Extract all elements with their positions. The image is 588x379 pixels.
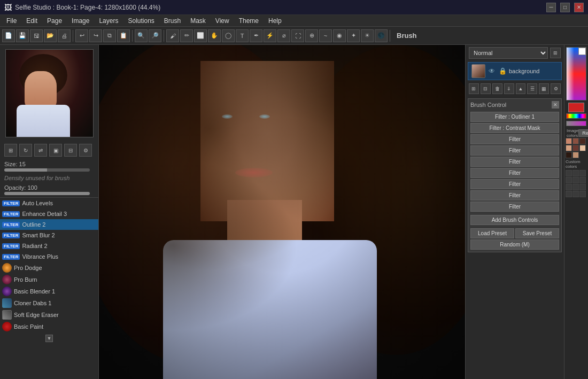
layer-delete-button[interactable]: 🗑 <box>492 83 502 94</box>
brush-filter-outliner[interactable]: Filter : Outliner 1 <box>470 112 559 122</box>
tool-clone[interactable]: ⊕ <box>305 29 318 42</box>
brush-filter-4[interactable]: Filter <box>470 145 559 156</box>
canvas-area[interactable] <box>99 45 465 379</box>
list-item[interactable]: Pro Dodge <box>0 262 98 274</box>
panel-save-tool[interactable]: ⊟ <box>64 144 77 157</box>
current-color-swatch[interactable] <box>568 103 584 112</box>
brush-filter-3[interactable]: Filter <box>470 134 559 144</box>
custom-swatch-12[interactable] <box>579 191 586 197</box>
brush-filter-contrast-mask[interactable]: Filter : Contrast Mask <box>470 123 559 133</box>
layer-duplicate-button[interactable]: ⊟ <box>481 83 491 94</box>
img-swatch-3[interactable] <box>579 138 586 144</box>
tool-brush[interactable]: 🖌 <box>166 29 179 42</box>
tool-burn[interactable]: 🌑 <box>375 29 388 42</box>
brush-filter-9[interactable]: Filter <box>470 202 559 212</box>
list-item[interactable]: FILTER Smart Blur 2 <box>0 230 98 241</box>
menu-mask[interactable]: Mask <box>186 16 210 26</box>
menu-theme[interactable]: Theme <box>235 16 263 26</box>
panel-crop-tool[interactable]: ▣ <box>49 144 62 157</box>
custom-swatch-3[interactable] <box>579 170 586 176</box>
list-item[interactable]: Basic Paint <box>0 321 98 332</box>
menu-solutions[interactable]: Solutions <box>123 16 158 26</box>
tool-sharpen[interactable]: ✦ <box>347 29 360 42</box>
brush-filter-7[interactable]: Filter <box>470 179 559 189</box>
tool-save2[interactable]: 🖫 <box>30 29 43 42</box>
brush-filter-6[interactable]: Filter <box>470 168 559 178</box>
layer-grid-view-button[interactable]: ▦ <box>539 83 549 94</box>
list-item[interactable]: Soft Edge Eraser <box>0 309 98 321</box>
custom-swatch-1[interactable] <box>566 170 572 176</box>
tool-blur[interactable]: ◉ <box>333 29 346 42</box>
list-item[interactable]: FILTER Auto Levels <box>0 198 98 208</box>
custom-swatch-9[interactable] <box>579 184 586 190</box>
custom-swatch-8[interactable] <box>572 184 579 190</box>
menu-layers[interactable]: Layers <box>95 16 122 26</box>
brush-control-close[interactable]: ✕ <box>552 101 559 109</box>
tool-print[interactable]: 🖨 <box>58 29 71 42</box>
layer-move-up-button[interactable]: ▲ <box>516 83 526 94</box>
list-item[interactable]: FILTER Vibrance Plus <box>0 251 98 262</box>
menu-help[interactable]: Help <box>264 16 286 26</box>
tool-eraser[interactable]: ✏ <box>180 29 193 42</box>
layer-grid-button[interactable]: ⊞ <box>550 48 561 58</box>
tool-zoom-out[interactable]: 🔎 <box>149 29 161 42</box>
brush-filter-5[interactable]: Filter <box>470 157 559 167</box>
layer-list-view-button[interactable]: ☰ <box>527 83 537 94</box>
tool-lasso[interactable]: ⌀ <box>277 29 290 42</box>
list-item[interactable]: Pro Burn <box>0 274 98 285</box>
load-preset-button[interactable]: Load Preset <box>470 228 514 238</box>
size-slider[interactable] <box>4 168 90 172</box>
tool-select[interactable]: ⬜ <box>194 29 207 42</box>
tool-dodge[interactable]: ☀ <box>361 29 374 42</box>
custom-swatch-11[interactable] <box>572 191 579 197</box>
close-button[interactable]: ✕ <box>574 3 584 12</box>
list-item[interactable]: FILTER Radiant 2 <box>0 241 98 251</box>
tool-save[interactable]: 💾 <box>16 29 29 42</box>
img-swatch-8[interactable] <box>572 152 579 158</box>
blend-mode-select[interactable]: Normal Multiply Screen Overlay <box>469 47 548 59</box>
layer-row[interactable]: 👁 🔒 background <box>468 62 562 80</box>
menu-view[interactable]: View <box>211 16 234 26</box>
menu-edit[interactable]: Edit <box>22 16 42 26</box>
brush-filter-8[interactable]: Filter <box>470 190 559 200</box>
tool-open[interactable]: 📂 <box>44 29 57 42</box>
color-gradient-box[interactable] <box>566 47 586 100</box>
custom-swatch-6[interactable] <box>579 177 586 183</box>
img-swatch-1[interactable] <box>566 138 572 144</box>
tool-smudge[interactable]: ~ <box>319 29 332 42</box>
panel-rotate-tool[interactable]: ↻ <box>19 144 32 157</box>
layer-settings-button[interactable]: ⚙ <box>551 83 561 94</box>
list-item[interactable]: Basic Blender 1 <box>0 285 98 297</box>
tool-zoom-in[interactable]: 🔍 <box>135 29 148 42</box>
img-swatch-5[interactable] <box>572 145 579 151</box>
minimize-button[interactable]: ─ <box>546 3 556 12</box>
menu-file[interactable]: File <box>2 16 21 26</box>
menu-brush[interactable]: Brush <box>160 16 185 26</box>
opacity-slider[interactable] <box>4 192 90 195</box>
list-item[interactable]: FILTER Enhance Detail 3 <box>0 208 98 219</box>
refresh-button[interactable]: Refresh <box>578 129 588 137</box>
menu-image[interactable]: Image <box>67 16 94 26</box>
saturation-strip[interactable] <box>566 121 586 126</box>
list-item[interactable]: Cloner Dabs 1 <box>0 297 98 309</box>
tool-undo[interactable]: ↩ <box>75 29 88 42</box>
scroll-down[interactable]: ▼ <box>0 332 98 344</box>
tool-wand[interactable]: ⚡ <box>264 29 276 42</box>
custom-swatch-4[interactable] <box>566 177 572 183</box>
panel-mirror-tool[interactable]: ⇌ <box>34 144 47 157</box>
list-item-selected[interactable]: FILTER Outline 2 <box>0 219 98 230</box>
custom-swatch-2[interactable] <box>572 170 579 176</box>
hue-strip[interactable] <box>566 113 586 119</box>
tool-move[interactable]: ✋ <box>208 29 221 42</box>
tool-text[interactable]: T <box>236 29 249 42</box>
layer-lock-icon[interactable]: 🔒 <box>498 67 507 75</box>
menu-page[interactable]: Page <box>43 16 66 26</box>
img-swatch-6[interactable] <box>579 145 586 151</box>
tool-copy[interactable]: ⧉ <box>103 29 116 42</box>
tool-crop[interactable]: ⛶ <box>291 29 304 42</box>
custom-swatch-7[interactable] <box>566 184 572 190</box>
tool-paste[interactable]: 📋 <box>117 29 130 42</box>
tool-new[interactable]: 📄 <box>2 29 15 42</box>
custom-swatch-10[interactable] <box>566 191 572 197</box>
tool-pen[interactable]: ✒ <box>250 29 262 42</box>
